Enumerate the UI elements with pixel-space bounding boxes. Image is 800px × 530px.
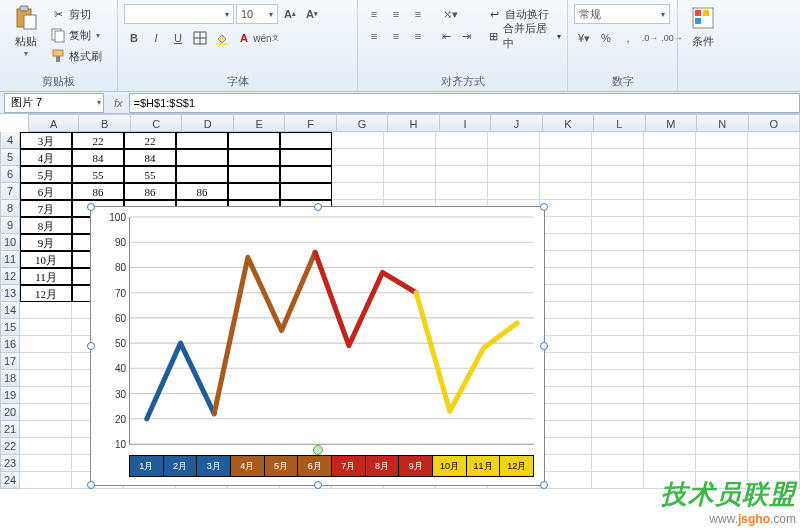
cell[interactable] bbox=[696, 319, 748, 336]
row-header[interactable]: 15 bbox=[0, 319, 20, 336]
cell[interactable] bbox=[540, 149, 592, 166]
cell[interactable] bbox=[696, 404, 748, 421]
row-header[interactable]: 16 bbox=[0, 336, 20, 353]
cell[interactable] bbox=[592, 404, 644, 421]
cell[interactable] bbox=[280, 183, 332, 200]
percent-button[interactable]: % bbox=[596, 28, 616, 48]
cell[interactable] bbox=[540, 319, 592, 336]
cell[interactable]: 55 bbox=[72, 166, 124, 183]
cell[interactable] bbox=[644, 149, 696, 166]
cell[interactable] bbox=[488, 132, 540, 149]
cell[interactable] bbox=[748, 336, 800, 353]
cell[interactable] bbox=[696, 268, 748, 285]
merge-center-button[interactable]: ⊞合并后居中▾ bbox=[486, 26, 561, 46]
fill-color-button[interactable] bbox=[212, 28, 232, 48]
cell[interactable] bbox=[644, 336, 696, 353]
col-header[interactable]: M bbox=[646, 114, 697, 132]
cell[interactable] bbox=[644, 183, 696, 200]
row-header[interactable]: 22 bbox=[0, 438, 20, 455]
cell[interactable] bbox=[592, 336, 644, 353]
cell[interactable] bbox=[696, 285, 748, 302]
col-header[interactable]: N bbox=[697, 114, 748, 132]
cell[interactable] bbox=[644, 251, 696, 268]
cell[interactable] bbox=[644, 370, 696, 387]
col-header[interactable]: L bbox=[594, 114, 645, 132]
cell[interactable] bbox=[696, 200, 748, 217]
cell[interactable] bbox=[696, 302, 748, 319]
cell[interactable] bbox=[748, 149, 800, 166]
row-header[interactable]: 7 bbox=[0, 183, 20, 200]
cell[interactable] bbox=[748, 353, 800, 370]
cell[interactable] bbox=[436, 149, 488, 166]
cell[interactable] bbox=[696, 251, 748, 268]
cell[interactable] bbox=[644, 234, 696, 251]
cell[interactable] bbox=[540, 251, 592, 268]
cell[interactable] bbox=[748, 217, 800, 234]
cell[interactable] bbox=[540, 200, 592, 217]
cell[interactable] bbox=[20, 302, 72, 319]
cell[interactable] bbox=[696, 370, 748, 387]
cell[interactable] bbox=[748, 455, 800, 472]
cell[interactable]: 12月 bbox=[20, 285, 72, 302]
cell[interactable] bbox=[644, 302, 696, 319]
col-header[interactable]: B bbox=[79, 114, 130, 132]
cell[interactable] bbox=[540, 217, 592, 234]
row-header[interactable]: 4 bbox=[0, 132, 20, 149]
align-middle-button[interactable]: ≡ bbox=[386, 4, 406, 24]
cell[interactable] bbox=[592, 251, 644, 268]
cell[interactable] bbox=[748, 302, 800, 319]
cell[interactable] bbox=[540, 438, 592, 455]
orientation-button[interactable]: ⤭▾ bbox=[436, 4, 464, 24]
cell[interactable] bbox=[644, 285, 696, 302]
cell[interactable] bbox=[644, 455, 696, 472]
col-header[interactable]: F bbox=[285, 114, 336, 132]
row-header[interactable]: 24 bbox=[0, 472, 20, 489]
worksheet[interactable]: ABCDEFGHIJKLMNO 43月222254月848465月555576月… bbox=[0, 114, 800, 530]
cell[interactable] bbox=[592, 455, 644, 472]
cell[interactable] bbox=[644, 421, 696, 438]
cell[interactable] bbox=[748, 438, 800, 455]
cell[interactable] bbox=[20, 319, 72, 336]
row-header[interactable]: 6 bbox=[0, 166, 20, 183]
increase-decimal-button[interactable]: .0→ bbox=[640, 28, 660, 48]
cell[interactable] bbox=[592, 421, 644, 438]
cell[interactable] bbox=[696, 132, 748, 149]
cell[interactable] bbox=[748, 234, 800, 251]
cell[interactable] bbox=[436, 132, 488, 149]
row-header[interactable]: 23 bbox=[0, 455, 20, 472]
cell[interactable] bbox=[644, 353, 696, 370]
cell[interactable] bbox=[20, 421, 72, 438]
col-header[interactable]: J bbox=[491, 114, 542, 132]
cell[interactable] bbox=[592, 319, 644, 336]
cell[interactable] bbox=[20, 370, 72, 387]
cell[interactable] bbox=[748, 268, 800, 285]
cell[interactable] bbox=[696, 421, 748, 438]
cell[interactable]: 10月 bbox=[20, 251, 72, 268]
cell[interactable] bbox=[540, 421, 592, 438]
cell[interactable] bbox=[540, 302, 592, 319]
cell[interactable] bbox=[748, 404, 800, 421]
col-header[interactable]: G bbox=[337, 114, 388, 132]
cell[interactable] bbox=[176, 132, 228, 149]
cell[interactable] bbox=[228, 149, 280, 166]
cell[interactable] bbox=[540, 183, 592, 200]
cell[interactable] bbox=[592, 438, 644, 455]
cell[interactable] bbox=[592, 472, 644, 489]
cell[interactable] bbox=[592, 302, 644, 319]
cell[interactable] bbox=[540, 166, 592, 183]
cell[interactable] bbox=[644, 132, 696, 149]
decrease-indent-button[interactable]: ⇤ bbox=[436, 26, 456, 46]
align-top-button[interactable]: ≡ bbox=[364, 4, 384, 24]
col-header[interactable]: A bbox=[28, 114, 79, 132]
cell[interactable] bbox=[540, 268, 592, 285]
col-header[interactable]: C bbox=[131, 114, 182, 132]
col-header[interactable]: K bbox=[543, 114, 594, 132]
cell[interactable]: 8月 bbox=[20, 217, 72, 234]
row-header[interactable]: 17 bbox=[0, 353, 20, 370]
cell[interactable] bbox=[540, 132, 592, 149]
cell[interactable] bbox=[592, 132, 644, 149]
row-header[interactable]: 5 bbox=[0, 149, 20, 166]
column-headers[interactable]: ABCDEFGHIJKLMNO bbox=[28, 114, 800, 132]
row-header[interactable]: 19 bbox=[0, 387, 20, 404]
cell[interactable] bbox=[592, 370, 644, 387]
